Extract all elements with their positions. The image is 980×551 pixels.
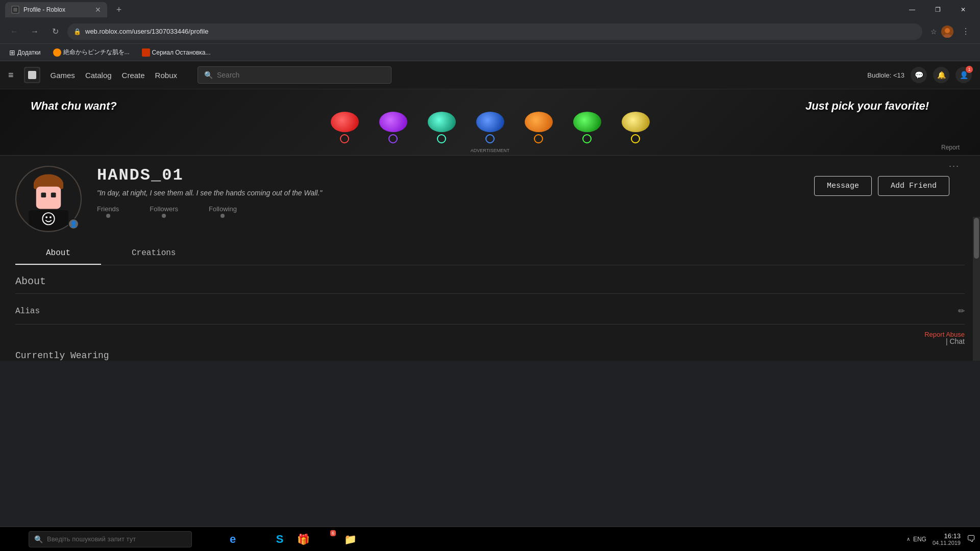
svg-rect-10 — [36, 187, 61, 209]
alias-row: Alias ✏ — [15, 302, 965, 320]
maximize-button[interactable]: ❐ — [926, 0, 949, 19]
files-button[interactable]: 📁 — [339, 528, 361, 550]
chrome-browser-button[interactable]: ● — [245, 528, 267, 550]
svg-rect-1 — [13, 8, 17, 12]
scrollbar-thumb[interactable] — [974, 218, 979, 259]
add-friend-button[interactable]: Add Friend — [878, 176, 949, 196]
address-bar-right: ☆ ⋮ — [930, 23, 974, 40]
friends-stat: Friends — [97, 205, 119, 218]
bookmark-serial-label: Сериал Остановка... — [152, 49, 211, 56]
close-button[interactable]: ✕ — [951, 0, 975, 19]
bookmark-japanese[interactable]: 絶命からピンチな肌を... — [50, 47, 133, 58]
browser-user-avatar[interactable] — [941, 26, 953, 38]
following-stat: Following — [209, 205, 237, 218]
notification-badge: 1 — [966, 66, 973, 73]
ad-item-gold[interactable] — [622, 112, 650, 143]
roblox-search-bar[interactable]: 🔍 — [198, 66, 391, 84]
svg-point-16 — [50, 216, 52, 218]
browser-tab[interactable]: Profile - Roblox ✕ — [5, 2, 107, 17]
svg-rect-11 — [41, 192, 46, 197]
nav-create-link[interactable]: Create — [122, 71, 145, 80]
edit-alias-icon[interactable]: ✏ — [958, 306, 965, 316]
tray-expand-icon[interactable]: ∧ — [906, 536, 910, 542]
profile-section: 👤 HANDS_01 "In day, at night, I see them… — [0, 156, 980, 242]
svg-point-15 — [45, 216, 47, 218]
edge-browser-button[interactable]: e — [222, 528, 244, 550]
bookmark-apps[interactable]: ⊞ Додатки — [6, 47, 44, 58]
hamburger-menu-icon[interactable]: ≡ — [8, 70, 14, 81]
bookmark-star-icon[interactable]: ☆ — [930, 28, 937, 36]
scrollbar[interactable] — [973, 217, 980, 361]
ad-item-orange[interactable] — [525, 112, 553, 143]
forward-button[interactable]: → — [27, 23, 43, 40]
notifications-icon-button[interactable]: 🔔 — [933, 67, 949, 83]
notification-center-icon[interactable]: 🗨 — [967, 534, 976, 544]
avatar-status-icon: 👤 — [68, 218, 79, 230]
start-button[interactable]: ⊞ — [4, 528, 27, 550]
message-button[interactable]: Message — [814, 176, 872, 196]
files-icon: 📁 — [344, 533, 357, 545]
about-divider — [15, 293, 965, 294]
extensions-button[interactable]: ⋮ — [958, 23, 974, 40]
gift-icon: 🎁 — [297, 533, 310, 545]
ad-item-green[interactable] — [573, 112, 601, 143]
tab-favicon — [11, 6, 19, 14]
bookmark-japanese-label: 絶命からピンチな肌を... — [63, 48, 130, 57]
ad-item-teal[interactable] — [428, 112, 456, 143]
lock-icon: 🔒 — [74, 28, 81, 35]
ad-hat-teal — [428, 112, 456, 132]
taskbar-search-bar[interactable]: 🔍 Введіть пошуковий запит тут — [29, 531, 192, 547]
url-bar[interactable]: 🔒 web.roblox.com/users/1307033446/profil… — [67, 23, 922, 40]
report-abuse-link[interactable]: Report Abuse — [15, 329, 965, 340]
store-icon: 🛍 — [369, 533, 379, 545]
profile-tabs: About Creations — [15, 242, 965, 265]
taskbar-clock: 16:13 04.11.2019 — [933, 532, 961, 546]
followers-stat: Followers — [150, 205, 178, 218]
mail-badge: 6 — [330, 530, 336, 536]
chat-button[interactable]: | Chat — [946, 337, 965, 345]
ad-report-link[interactable]: Report — [941, 144, 960, 151]
nav-games-link[interactable]: Games — [51, 71, 75, 80]
reload-button[interactable]: ↻ — [47, 23, 63, 40]
ad-item-red[interactable] — [331, 112, 359, 143]
back-button[interactable]: ← — [6, 23, 22, 40]
nav-robux-link[interactable]: Robux — [155, 71, 177, 80]
taskbar: ⊞ 🔍 Введіть пошуковий запит тут ⊟ e ● S … — [0, 527, 980, 551]
store-button[interactable]: 🛍 — [362, 528, 385, 550]
tab-about[interactable]: About — [15, 242, 101, 265]
search-input[interactable] — [217, 71, 385, 79]
about-content: About Alias ✏ Report Abuse — [0, 265, 980, 350]
ad-hat-green — [573, 112, 601, 132]
roblox-page: ≡ Games Catalog Create Robux 🔍 Budlole: … — [0, 61, 980, 551]
new-tab-button[interactable]: + — [111, 2, 127, 17]
ad-item-purple[interactable] — [379, 112, 407, 143]
chat-icon-button[interactable]: 💬 — [911, 67, 927, 83]
bookmarks-bar: ⊞ Додатки 絶命からピンチな肌を... Сериал Остановка… — [0, 44, 980, 61]
ad-circle-orange — [534, 134, 543, 143]
bookmark-serial[interactable]: Сериал Остановка... — [139, 47, 214, 58]
title-bar: Profile - Roblox ✕ + — ❐ ✕ — [0, 0, 980, 19]
gift-button[interactable]: 🎁 — [292, 528, 314, 550]
windows-logo-icon: ⊞ — [11, 533, 20, 546]
mail-button[interactable]: ✉ 6 — [315, 528, 338, 550]
alias-label: Alias — [15, 307, 958, 316]
system-tray: ∧ ENG — [906, 536, 926, 543]
mail-icon: ✉ — [323, 533, 331, 545]
taskbar-right: ∧ ENG 16:13 04.11.2019 🗨 — [906, 532, 976, 546]
ad-circle-red — [340, 134, 349, 143]
nav-catalog-link[interactable]: Catalog — [85, 71, 112, 80]
user-menu-button[interactable]: 👤 1 — [955, 67, 972, 83]
taskbar-search-icon: 🔍 — [34, 535, 43, 543]
ad-circle-teal — [437, 134, 446, 143]
task-view-button[interactable]: ⊟ — [198, 528, 220, 550]
roblox-nav-right: Budlole: <13 💬 🔔 👤 1 — [867, 67, 972, 83]
ad-item-blue[interactable] — [476, 112, 504, 143]
roblox-logo — [24, 67, 40, 83]
following-dot — [220, 214, 225, 218]
taskbar-language: ENG — [913, 536, 926, 543]
skype-button[interactable]: S — [268, 528, 291, 550]
minimize-button[interactable]: — — [900, 0, 924, 19]
svg-rect-6 — [28, 71, 36, 79]
tab-close-button[interactable]: ✕ — [95, 6, 101, 14]
tab-creations[interactable]: Creations — [101, 242, 206, 265]
